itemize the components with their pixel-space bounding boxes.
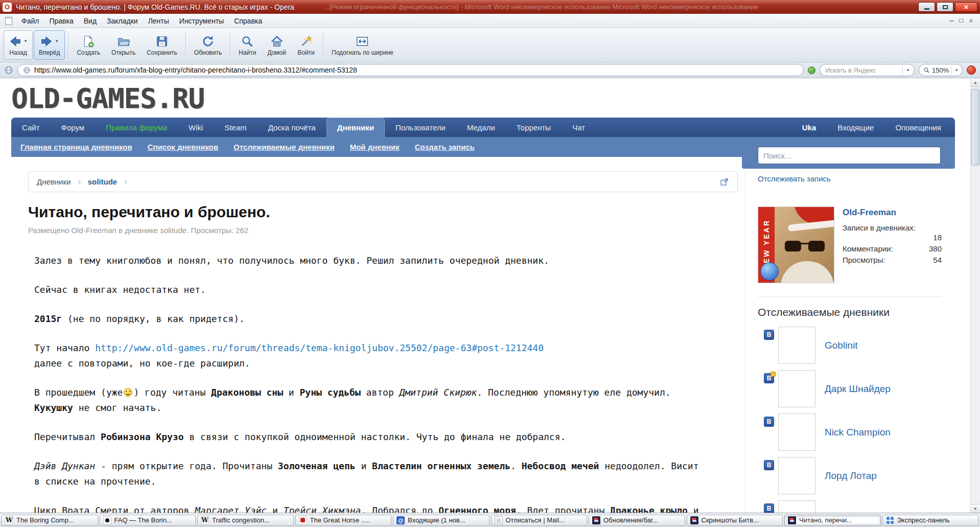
- text-segment: в связи с покупкой одноименной настолки.…: [184, 431, 566, 442]
- opera-panel-button[interactable]: [967, 65, 976, 75]
- nav-tab-3[interactable]: Wiki: [178, 118, 214, 137]
- scrollbar-thumb[interactable]: [971, 89, 979, 166]
- blog-name-link[interactable]: Дарк Шнайдер: [825, 383, 891, 395]
- blog-name-link[interactable]: Лорд Лотар: [825, 470, 877, 482]
- nav-tab-0[interactable]: Сайт: [11, 118, 51, 137]
- window-tab-7[interactable]: Скриншоты Битв...: [687, 515, 783, 526]
- web-search-input[interactable]: [825, 66, 886, 74]
- nav-tab-2[interactable]: Правила форума: [95, 118, 178, 137]
- maximize-button[interactable]: [937, 2, 953, 12]
- zoom-control[interactable]: 150% ▼: [919, 64, 963, 76]
- blog-name-link[interactable]: Goblinit: [825, 340, 857, 351]
- toolbar-button-label: Вперёд: [39, 49, 60, 56]
- menu-item-2[interactable]: Вид: [79, 15, 102, 27]
- blog-avatar[interactable]: [778, 414, 815, 451]
- menu-item-4[interactable]: Ленты: [143, 15, 174, 27]
- stat-value: 18: [843, 233, 942, 242]
- blog-avatar[interactable]: [778, 500, 815, 513]
- scroll-up-icon[interactable]: ▲: [971, 78, 980, 87]
- window-tab-label: Отписаться | Mail...: [506, 516, 565, 524]
- nav-tab-1[interactable]: Форум: [51, 118, 96, 137]
- magnifier-icon: [923, 67, 930, 74]
- window-tab-6[interactable]: Обновления/баг...: [589, 515, 685, 526]
- author-name-link[interactable]: Old-Freeman: [843, 208, 942, 218]
- toolbar-open-folder-button[interactable]: Открыть: [106, 30, 141, 60]
- window-tab-8[interactable]: Читано, перечи...: [784, 515, 881, 526]
- subnav-link-4[interactable]: Создать запись: [415, 143, 475, 151]
- toolbar-find-button[interactable]: Найти: [234, 30, 261, 60]
- site-search-input[interactable]: [758, 147, 941, 164]
- url-input[interactable]: [34, 66, 798, 74]
- nav-tab-9[interactable]: Торренты: [506, 118, 562, 137]
- zoom-dropdown-caret-icon[interactable]: ▼: [951, 66, 961, 74]
- mdi-restore-icon[interactable]: [959, 19, 964, 22]
- nav-tab-10[interactable]: Чат: [562, 118, 596, 137]
- follow-entry-link[interactable]: Отслеживать запись: [758, 174, 831, 183]
- toolbar-login-button[interactable]: Войти: [292, 30, 320, 60]
- breadcrumb-items: Дневники›solitude›: [37, 175, 134, 189]
- blog-avatar[interactable]: [778, 457, 815, 494]
- window-tab-4[interactable]: @Входящие (1 нов...: [393, 515, 489, 526]
- toolbar-forward-button[interactable]: ▼Вперёд: [34, 30, 65, 60]
- blog-name-link[interactable]: Nick Champion: [825, 427, 891, 438]
- nav-tab-4[interactable]: Steam: [214, 118, 257, 137]
- toolbar-fit-width-button[interactable]: Подогнать по ширине: [326, 30, 399, 60]
- site-logo[interactable]: OLD-GAMES.RU: [11, 82, 204, 114]
- text-segment: Золоченая цепь: [278, 461, 356, 471]
- dropdown-caret-icon[interactable]: ▼: [55, 39, 59, 43]
- breadcrumb-item-1[interactable]: solitude: [88, 177, 118, 186]
- text-segment: Цикл: [34, 505, 62, 513]
- subnav-link-3[interactable]: Мой дневник: [350, 143, 400, 151]
- external-link-icon[interactable]: [720, 177, 729, 187]
- window-tab-0[interactable]: WThe Boring Comp...: [2, 515, 98, 526]
- nav-tab-8[interactable]: Медали: [456, 118, 506, 137]
- window-tab-9[interactable]: Экспресс-панель: [882, 515, 979, 526]
- stat-value: 380: [929, 244, 942, 253]
- search-dropdown-caret-icon[interactable]: ▼: [902, 66, 912, 74]
- inline-link[interactable]: http://www.old-games.ru/forum/threads/te…: [95, 342, 544, 353]
- nav-tab-5[interactable]: Доска почёта: [258, 118, 326, 137]
- close-button[interactable]: ×: [955, 2, 977, 12]
- blog-avatar[interactable]: [778, 327, 815, 364]
- window-tab-5[interactable]: Отписаться | Mail...: [491, 515, 588, 526]
- subnav-link-2[interactable]: Отслеживаемые дневники: [234, 143, 335, 151]
- subnav-link-1[interactable]: Список дневников: [148, 143, 218, 151]
- toolbar-back-button[interactable]: ▼Назад: [4, 30, 33, 60]
- web-search-field[interactable]: ▼: [820, 64, 915, 76]
- toolbar-save-button[interactable]: Сохранить: [142, 30, 182, 60]
- nav-user-link-1[interactable]: Входящие: [827, 118, 884, 137]
- minimize-button[interactable]: [918, 2, 935, 12]
- window-tab-3[interactable]: The Great Horse .....: [295, 515, 392, 526]
- og-favicon-icon: [592, 516, 603, 524]
- nav-user-link-0[interactable]: Uka: [791, 118, 827, 137]
- menu-item-3[interactable]: Закладки: [102, 15, 143, 27]
- nav-tab-7[interactable]: Пользователи: [385, 118, 456, 137]
- security-status-icon[interactable]: [808, 66, 815, 74]
- author-avatar[interactable]: NEW YEAR: [758, 207, 834, 283]
- mdi-close-icon[interactable]: ×: [969, 18, 973, 24]
- window-tab-1[interactable]: FAQ — The Borin...: [100, 515, 196, 526]
- followed-blog-item: ВGoblinit: [758, 327, 942, 364]
- subnav-link-0[interactable]: Главная страница дневников: [20, 143, 132, 151]
- text-segment: Залез в тему книголюбов и понял, что пол…: [34, 255, 549, 266]
- menu-item-0[interactable]: Файл: [16, 15, 44, 27]
- nav-user-links: UkaВходящиеОповещения: [791, 118, 955, 137]
- menu-item-6[interactable]: Справка: [229, 15, 267, 27]
- breadcrumb-item-0[interactable]: Дневники: [37, 177, 71, 186]
- nav-tab-6[interactable]: Дневники: [326, 118, 385, 137]
- toolbar-home-button[interactable]: Домой: [262, 30, 291, 60]
- toolbar-refresh-button[interactable]: Обновить: [189, 30, 227, 60]
- menu-item-5[interactable]: Инструменты: [174, 15, 229, 27]
- blog-avatar[interactable]: [778, 370, 815, 407]
- nav-user-link-2[interactable]: Оповещения: [884, 118, 952, 137]
- mdi-minimize-icon[interactable]: [949, 20, 954, 21]
- dropdown-caret-icon[interactable]: ▼: [24, 39, 28, 43]
- text-segment: . Последнюю упомянутую еле домучил.: [477, 387, 670, 398]
- menu-item-1[interactable]: Правка: [44, 15, 78, 27]
- page-scrollbar[interactable]: ▲ ▼: [970, 78, 980, 513]
- blog-badge-icon: В: [764, 503, 774, 513]
- window-tab-2[interactable]: WTraffic congestion...: [197, 515, 294, 526]
- toolbar-new-page-button[interactable]: Создать: [72, 30, 105, 60]
- scroll-down-icon[interactable]: ▼: [971, 504, 980, 513]
- paragraph-4: В прошедшем (уже) году читаны Драконовы …: [34, 385, 701, 416]
